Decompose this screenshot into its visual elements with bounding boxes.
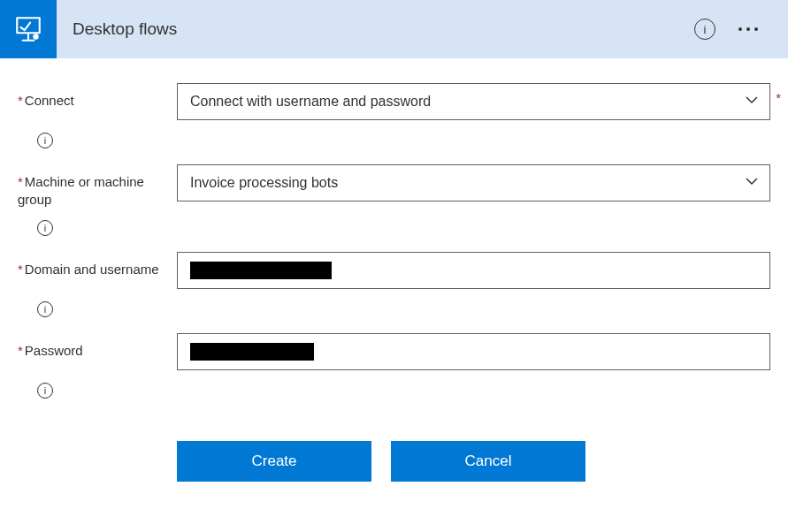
machine-label: *Machine or machine group (18, 164, 177, 208)
domain-username-label: *Domain and username (18, 252, 177, 278)
dialog-header: Desktop flows i (0, 0, 788, 58)
form-area: *Connect Connect with username and passw… (0, 58, 788, 499)
chevron-down-icon (745, 174, 759, 192)
chevron-down-icon (745, 93, 759, 110)
password-label: *Password (18, 333, 177, 360)
password-input[interactable] (177, 333, 770, 370)
dialog-title: Desktop flows (57, 19, 694, 39)
more-options-icon[interactable] (735, 24, 761, 34)
password-info-icon[interactable]: i (37, 383, 53, 399)
required-indicator: * (776, 90, 781, 105)
connect-label: *Connect (18, 83, 177, 110)
machine-value: Invoice processing bots (190, 175, 338, 191)
connect-select[interactable]: Connect with username and password (177, 83, 770, 120)
create-button[interactable]: Create (177, 441, 371, 482)
info-icon[interactable]: i (694, 19, 715, 40)
svg-point-0 (33, 34, 38, 39)
cancel-button[interactable]: Cancel (391, 441, 585, 482)
domain-info-icon[interactable]: i (37, 301, 53, 317)
connect-value: Connect with username and password (190, 94, 431, 110)
machine-select[interactable]: Invoice processing bots (177, 164, 770, 201)
connect-info-icon[interactable]: i (37, 133, 53, 148)
redacted-value (190, 262, 332, 279)
desktop-flows-icon (0, 0, 57, 58)
machine-info-icon[interactable]: i (37, 220, 53, 236)
domain-username-input[interactable] (177, 252, 770, 289)
redacted-value (190, 343, 314, 361)
